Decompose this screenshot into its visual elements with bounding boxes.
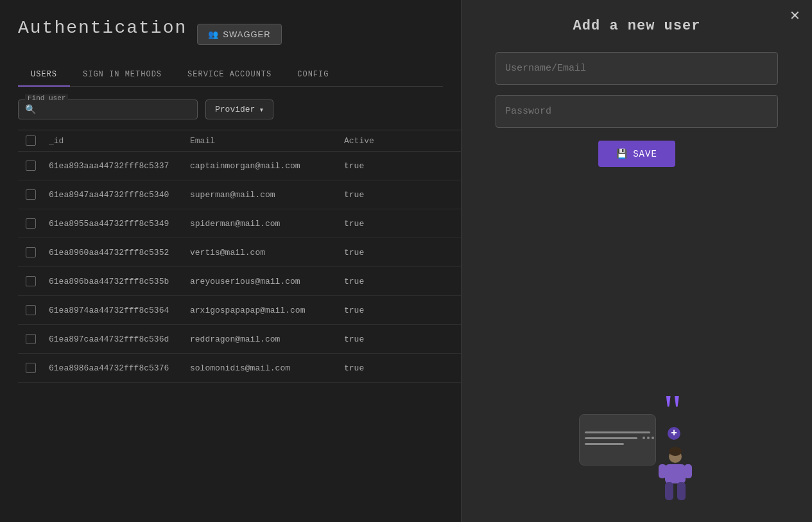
illus-dots bbox=[643, 437, 654, 439]
svg-rect-2 bbox=[665, 464, 686, 483]
illus-dot bbox=[643, 437, 645, 439]
svg-point-1 bbox=[669, 447, 682, 456]
header-row: Authentication 👥 SWAGGER bbox=[18, 18, 461, 51]
illus-dot bbox=[647, 437, 650, 439]
cell-active: true bbox=[344, 306, 408, 315]
illus-lines bbox=[585, 431, 650, 445]
col-header-email: Email bbox=[190, 136, 344, 146]
cell-id: 61ea8974aa44732fff8c5364 bbox=[49, 306, 190, 315]
row-checkbox[interactable] bbox=[26, 161, 36, 171]
plus-badge-icon: + bbox=[668, 427, 680, 440]
save-button[interactable]: 💾 SAVE bbox=[598, 141, 675, 167]
cell-id: 61ea896baa44732fff8c535b bbox=[49, 277, 190, 286]
illustration: " + bbox=[573, 388, 701, 504]
col-header-id: _id bbox=[49, 136, 190, 146]
cell-active: true bbox=[344, 277, 408, 286]
add-user-drawer: ✕ Add a new user 💾 SAVE " + bbox=[461, 0, 812, 522]
chevron-down-icon: ▾ bbox=[259, 105, 264, 115]
row-checkbox[interactable] bbox=[26, 247, 36, 257]
table-row: 61ea893aaa44732fff8c5337 captainmorgan@m… bbox=[18, 152, 461, 180]
users-table: _id Email Active 61ea893aaa44732fff8c533… bbox=[18, 130, 461, 383]
illus-line bbox=[585, 443, 624, 445]
cell-active: true bbox=[344, 190, 408, 200]
cell-email: vertis@mail.com bbox=[190, 248, 344, 257]
cell-active: true bbox=[344, 161, 408, 171]
tab-sign-in-methods[interactable]: SIGN IN METHODS bbox=[70, 64, 175, 87]
table-row: 61ea8974aa44732fff8c5364 arxigospapapap@… bbox=[18, 296, 461, 325]
svg-rect-5 bbox=[665, 482, 673, 500]
select-all-checkbox[interactable] bbox=[26, 135, 36, 146]
swagger-button[interactable]: 👥 SWAGGER bbox=[197, 24, 281, 45]
cell-id: 61ea8960aa44732fff8c5352 bbox=[49, 248, 190, 257]
cell-email: areyouserious@mail.com bbox=[190, 277, 344, 286]
illus-card bbox=[579, 414, 656, 465]
cell-id: 61ea8986aa44732fff8c5376 bbox=[49, 363, 190, 373]
svg-rect-4 bbox=[684, 464, 692, 478]
provider-label: Provider bbox=[215, 105, 255, 114]
close-icon: ✕ bbox=[790, 8, 800, 22]
username-email-input[interactable] bbox=[496, 52, 778, 85]
save-icon: 💾 bbox=[616, 148, 628, 159]
table-row: 61ea8986aa44732fff8c5376 solomonidis@mai… bbox=[18, 354, 461, 383]
cell-active: true bbox=[344, 363, 408, 373]
table-row: 61ea8955aa44732fff8c5349 spiderman@mail.… bbox=[18, 209, 461, 238]
search-input[interactable] bbox=[41, 105, 191, 115]
table-header: _id Email Active bbox=[18, 130, 461, 152]
table-row: 61ea897caa44732fff8c536d reddragon@mail.… bbox=[18, 325, 461, 354]
cell-email: reddragon@mail.com bbox=[190, 335, 344, 344]
row-checkbox[interactable] bbox=[26, 363, 36, 373]
row-checkbox[interactable] bbox=[26, 189, 36, 200]
col-header-active: Active bbox=[344, 136, 408, 146]
row-checkbox[interactable] bbox=[26, 276, 36, 286]
person-figure-icon bbox=[656, 446, 695, 504]
left-panel: Authentication 👥 SWAGGER USERS SIGN IN M… bbox=[0, 0, 461, 522]
cell-id: 61ea897caa44732fff8c536d bbox=[49, 335, 190, 344]
tab-config[interactable]: CONFIG bbox=[284, 64, 341, 87]
find-user-container: Find user 🔍 bbox=[18, 100, 198, 119]
swagger-label: SWAGGER bbox=[223, 30, 270, 39]
tab-users[interactable]: USERS bbox=[18, 64, 70, 87]
cell-active: true bbox=[344, 248, 408, 257]
find-user-label: Find user bbox=[25, 94, 68, 102]
swagger-people-icon: 👥 bbox=[208, 30, 219, 39]
search-icon: 🔍 bbox=[25, 104, 36, 115]
password-field-container bbox=[496, 95, 778, 128]
cell-id: 61ea893aaa44732fff8c5337 bbox=[49, 161, 190, 171]
password-input[interactable] bbox=[496, 95, 778, 128]
provider-dropdown[interactable]: Provider ▾ bbox=[205, 100, 273, 119]
cell-active: true bbox=[344, 219, 408, 229]
cell-email: solomonidis@mail.com bbox=[190, 363, 344, 373]
row-checkbox[interactable] bbox=[26, 305, 36, 315]
close-button[interactable]: ✕ bbox=[790, 9, 800, 22]
table-row: 61ea896baa44732fff8c535b areyouserious@m… bbox=[18, 267, 461, 296]
cell-id: 61ea8955aa44732fff8c5349 bbox=[49, 219, 190, 229]
cell-email: superman@mail.com bbox=[190, 190, 344, 200]
header-checkbox-col bbox=[26, 135, 49, 146]
illus-line bbox=[585, 431, 650, 433]
drawer-title: Add a new user bbox=[573, 18, 701, 34]
cell-active: true bbox=[344, 335, 408, 344]
tab-service-accounts[interactable]: SERVICE ACCOUNTS bbox=[175, 64, 284, 87]
cell-email: spiderman@mail.com bbox=[190, 219, 344, 229]
save-label: SAVE bbox=[633, 149, 657, 159]
cell-email: captainmorgan@mail.com bbox=[190, 161, 344, 171]
row-checkbox[interactable] bbox=[26, 218, 36, 229]
svg-rect-6 bbox=[677, 482, 686, 500]
row-checkbox[interactable] bbox=[26, 334, 36, 344]
table-row: 61ea8960aa44732fff8c5352 vertis@mail.com… bbox=[18, 238, 461, 267]
illus-dot bbox=[652, 437, 654, 439]
tabs-container: USERS SIGN IN METHODS SERVICE ACCOUNTS C… bbox=[18, 64, 443, 87]
illus-line bbox=[585, 437, 637, 439]
filter-row: Find user 🔍 Provider ▾ bbox=[18, 100, 443, 119]
username-field-container bbox=[496, 52, 778, 85]
page-title: Authentication bbox=[18, 18, 187, 38]
cell-id: 61ea8947aa44732fff8c5340 bbox=[49, 190, 190, 200]
svg-rect-3 bbox=[659, 464, 666, 478]
table-row: 61ea8947aa44732fff8c5340 superman@mail.c… bbox=[18, 180, 461, 209]
cell-email: arxigospapapap@mail.com bbox=[190, 306, 344, 315]
